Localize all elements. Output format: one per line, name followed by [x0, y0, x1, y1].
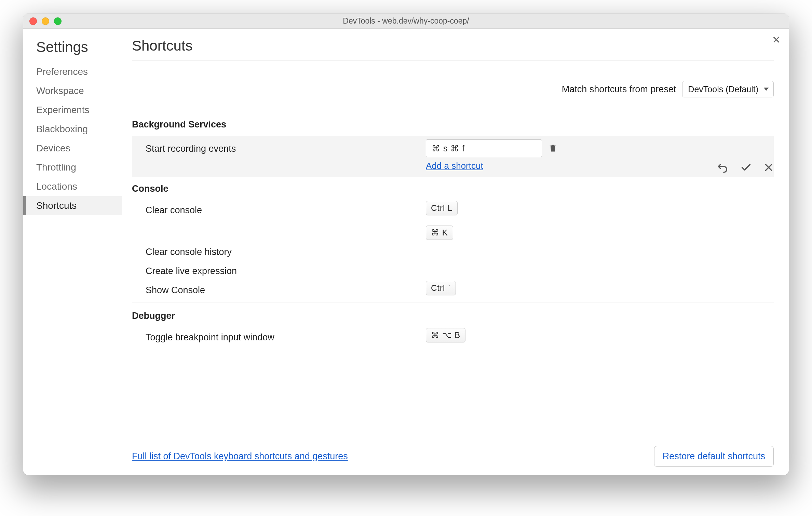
confirm-icon[interactable] [740, 162, 752, 173]
shortcut-badge[interactable]: ⌘ K [426, 226, 453, 240]
shortcut-badge[interactable]: Ctrl L [426, 201, 458, 215]
shortcut-label: Create live expression [146, 262, 426, 276]
shortcut-row-editing: Start recording events ⌘ s ⌘ f [132, 136, 774, 177]
sidebar-item-experiments[interactable]: Experiments [23, 100, 122, 120]
sidebar-item-workspace[interactable]: Workspace [23, 81, 122, 100]
settings-sidebar: Settings Preferences Workspace Experimen… [23, 29, 122, 475]
preset-select[interactable]: DevTools (Default) [682, 81, 774, 97]
section-divider [132, 302, 774, 302]
settings-heading: Settings [23, 39, 122, 62]
shortcut-badge[interactable]: Ctrl ` [426, 281, 456, 295]
window: DevTools - web.dev/why-coop-coep/ ✕ Sett… [23, 14, 789, 475]
titlebar: DevTools - web.dev/why-coop-coep/ [23, 14, 789, 29]
restore-defaults-button[interactable]: Restore default shortcuts [654, 446, 774, 467]
add-shortcut-link[interactable]: Add a shortcut [426, 161, 483, 171]
section-title: Background Services [132, 114, 774, 135]
preset-label: Match shortcuts from preset [562, 84, 676, 95]
footer: Full list of DevTools keyboard shortcuts… [132, 440, 774, 475]
shortcut-label: Toggle breakpoint input window [146, 328, 426, 343]
shortcut-row: Toggle breakpoint input window ⌘ ⌥ B [132, 327, 774, 346]
main-panel: Shortcuts Match shortcuts from preset De… [122, 29, 789, 475]
shortcut-label: Show Console [146, 281, 426, 296]
trash-icon[interactable] [548, 142, 558, 154]
cancel-icon[interactable] [763, 162, 774, 173]
shortcut-label: Clear console [146, 201, 426, 216]
sidebar-item-preferences[interactable]: Preferences [23, 62, 122, 81]
sidebar-item-throttling[interactable]: Throttling [23, 158, 122, 177]
undo-icon[interactable] [717, 162, 729, 173]
shortcut-list: Background Services Start recording even… [132, 114, 774, 440]
shortcut-row: Clear console history [132, 241, 774, 260]
window-title: DevTools - web.dev/why-coop-coep/ [23, 16, 789, 26]
section-title: Console [132, 177, 774, 200]
sidebar-item-shortcuts[interactable]: Shortcuts [23, 196, 122, 215]
shortcut-row: Show Console Ctrl ` [132, 280, 774, 299]
shortcut-badge[interactable]: ⌘ ⌥ B [426, 328, 465, 342]
preset-row: Match shortcuts from preset DevTools (De… [132, 60, 774, 114]
section-title: Debugger [132, 306, 774, 327]
sidebar-item-locations[interactable]: Locations [23, 177, 122, 196]
shortcut-label: Start recording events [146, 139, 426, 154]
page-title: Shortcuts [132, 38, 774, 60]
full-list-link[interactable]: Full list of DevTools keyboard shortcuts… [132, 451, 348, 462]
shortcut-label: Clear console history [146, 243, 426, 257]
preset-select-value: DevTools (Default) [688, 84, 758, 94]
sidebar-item-blackboxing[interactable]: Blackboxing [23, 120, 122, 139]
shortcut-row: Clear console Ctrl L ⌘ K [132, 200, 774, 241]
shortcut-row: Create live expression [132, 260, 774, 280]
shortcut-chord-input[interactable]: ⌘ s ⌘ f [426, 139, 542, 157]
sidebar-item-devices[interactable]: Devices [23, 139, 122, 158]
